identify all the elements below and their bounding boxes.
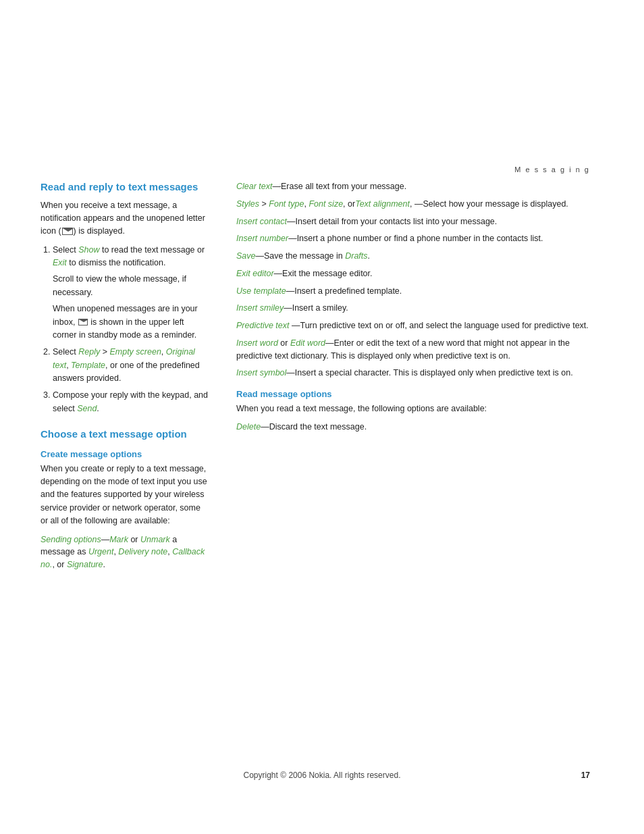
chapter-title: M e s s a g i n g: [514, 165, 590, 174]
exit-editor-link: Exit editor: [236, 269, 274, 278]
insert-contact-option: Insert contact—Insert detail from your c…: [236, 215, 603, 228]
clear-text-option: Clear text—Erase all text from your mess…: [236, 180, 603, 193]
styles-option: Styles > Font type, Font size, orText al…: [236, 198, 603, 211]
section-choose-heading: Choose a text message option: [41, 427, 209, 441]
step-2: Select Reply > Empty screen, Original te…: [53, 346, 209, 385]
reply-link: Reply: [78, 347, 100, 357]
left-column: Read and reply to text messages When you…: [41, 180, 230, 576]
content-area: Read and reply to text messages When you…: [0, 180, 644, 576]
font-size-link: Font size: [308, 199, 343, 209]
create-message-options-body: When you create or reply to a text messa…: [41, 463, 209, 528]
template-link: Template: [71, 361, 105, 370]
clear-text-link: Clear text: [236, 182, 273, 191]
envelope-small-icon: [78, 319, 88, 325]
save-option: Save—Save the message in Drafts.: [236, 250, 603, 263]
delete-option: Delete—Discard the text message.: [236, 421, 603, 434]
predictive-text-option: Predictive text —Turn predictive text on…: [236, 319, 603, 332]
styles-link: Styles: [236, 199, 259, 209]
insert-symbol-link: Insert symbol: [236, 368, 286, 377]
insert-symbol-option: Insert symbol—Insert a special character…: [236, 367, 603, 380]
step-3: Compose your reply with the keypad, and …: [53, 389, 209, 415]
signature-link: Signature: [67, 560, 103, 569]
insert-smiley-option: Insert smiley—Insert a smiley.: [236, 302, 603, 315]
urgent-link: Urgent: [88, 547, 114, 556]
section-read-reply-heading: Read and reply to text messages: [41, 180, 209, 194]
right-column: Clear text—Erase all text from your mess…: [230, 180, 603, 576]
section-read-reply: Read and reply to text messages When you…: [41, 180, 209, 415]
page: M e s s a g i n g Read and reply to text…: [0, 0, 644, 834]
show-link: Show: [78, 245, 99, 255]
save-link: Save: [236, 251, 256, 261]
use-template-link: Use template: [236, 286, 286, 296]
sending-options-line: Sending options—Mark or Unmark a message…: [41, 533, 209, 571]
insert-contact-link: Insert contact: [236, 217, 287, 226]
sending-options-link: Sending options: [41, 535, 101, 544]
steps-list: Select Show to read the text message or …: [53, 244, 209, 416]
exit-editor-option: Exit editor—Exit the message editor.: [236, 267, 603, 280]
drafts-link: Drafts: [345, 251, 367, 261]
step-1: Select Show to read the text message or …: [53, 244, 209, 342]
insert-smiley-link: Insert smiley: [236, 303, 284, 313]
envelope-icon: [62, 228, 73, 235]
exit-link: Exit: [53, 258, 67, 267]
delivery-note-link: Delivery note: [118, 547, 167, 556]
insert-word-link: Insert word: [236, 338, 278, 348]
section-choose-option: Choose a text message option Create mess…: [41, 427, 209, 571]
font-type-link: Font type: [269, 199, 304, 209]
read-message-options-section: Read message options When you read a tex…: [236, 389, 603, 434]
footer-page-number: 17: [581, 771, 590, 780]
edit-word-link: Edit word: [290, 338, 325, 348]
step-1-sub2: When unopened messages are in your inbox…: [53, 303, 209, 342]
empty-screen-link: Empty screen: [109, 347, 161, 357]
predictive-text-link: Predictive text: [236, 321, 290, 330]
page-header: M e s s a g i n g: [0, 0, 644, 180]
read-message-options-heading: Read message options: [236, 389, 603, 399]
send-link: Send: [77, 404, 97, 413]
footer-copyright: Copyright © 2006 Nokia. All rights reser…: [0, 771, 644, 780]
mark-link: Mark: [109, 535, 128, 544]
create-message-options-heading: Create message options: [41, 449, 209, 459]
text-alignment-link: Text alignment: [355, 199, 410, 209]
insert-number-option: Insert number—Insert a phone number or f…: [236, 232, 603, 245]
insert-word-option: Insert word or Edit word—Enter or edit t…: [236, 337, 603, 363]
insert-number-link: Insert number: [236, 234, 288, 243]
section-read-reply-intro: When you receive a text message, a notif…: [41, 199, 209, 238]
read-message-options-body: When you read a text message, the follow…: [236, 402, 603, 415]
use-template-option: Use template—Insert a predefined templat…: [236, 285, 603, 298]
unmark-link: Unmark: [140, 535, 170, 544]
step-1-sub1: Scroll to view the whole message, if nec…: [53, 273, 209, 299]
delete-link: Delete: [236, 422, 261, 432]
